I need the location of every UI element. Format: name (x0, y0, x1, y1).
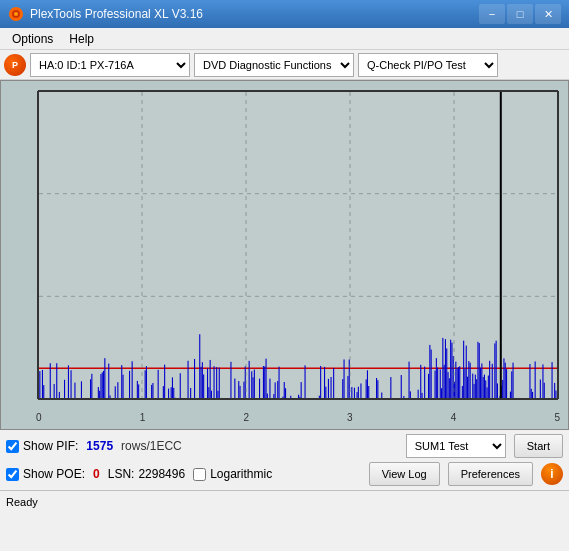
minimize-button[interactable]: − (479, 4, 505, 24)
title-controls: − □ ✕ (479, 4, 561, 24)
test-select[interactable]: Q-Check PI/PO Test (358, 53, 498, 77)
status-text: Ready (6, 496, 38, 508)
sum1-select[interactable]: SUM1 Test SUM8 Test (406, 434, 506, 458)
title-bar-left: PlexTools Professional XL V3.16 (8, 6, 203, 22)
lsn-group: LSN: 2298496 (108, 467, 185, 481)
maximize-button[interactable]: □ (507, 4, 533, 24)
x-label-0: 0 (36, 412, 42, 423)
log-checkbox[interactable] (193, 468, 206, 481)
control-row-2: Show POE: 0 LSN: 2298496 Logarithmic Vie… (6, 462, 563, 486)
x-label-4: 4 (451, 412, 457, 423)
chart-canvas (1, 81, 568, 429)
toolbar: P HA:0 ID:1 PX-716A DVD Diagnostic Funct… (0, 50, 569, 80)
pif-checkbox[interactable] (6, 440, 19, 453)
log-group: Logarithmic (193, 467, 272, 481)
status-bar: Ready (0, 490, 569, 512)
menu-bar: Options Help (0, 28, 569, 50)
plextool-icon: P (4, 54, 26, 76)
info-button[interactable]: i (541, 463, 563, 485)
start-button[interactable]: Start (514, 434, 563, 458)
pif-value: 1575 (86, 439, 113, 453)
poe-group: Show POE: (6, 467, 85, 481)
drive-select[interactable]: HA:0 ID:1 PX-716A (30, 53, 190, 77)
svg-point-2 (14, 12, 18, 16)
app-icon (8, 6, 24, 22)
chart-area: 30 20 10 0 0 1 2 3 4 5 (0, 80, 569, 430)
function-select[interactable]: DVD Diagnostic Functions (194, 53, 354, 77)
poe-checkbox[interactable] (6, 468, 19, 481)
rows-label: rows/1ECC (121, 439, 182, 453)
x-label-3: 3 (347, 412, 353, 423)
menu-options[interactable]: Options (4, 30, 61, 48)
preferences-button[interactable]: Preferences (448, 462, 533, 486)
poe-label: Show POE: (23, 467, 85, 481)
control-row-1: Show PIF: 1575 rows/1ECC SUM1 Test SUM8 … (6, 434, 563, 458)
x-label-2: 2 (243, 412, 249, 423)
title-text: PlexTools Professional XL V3.16 (30, 7, 203, 21)
x-axis: 0 1 2 3 4 5 (36, 412, 560, 423)
close-button[interactable]: ✕ (535, 4, 561, 24)
log-label: Logarithmic (210, 467, 272, 481)
lsn-value: 2298496 (138, 467, 185, 481)
pif-group: Show PIF: (6, 439, 78, 453)
menu-help[interactable]: Help (61, 30, 102, 48)
x-label-1: 1 (140, 412, 146, 423)
bottom-controls: Show PIF: 1575 rows/1ECC SUM1 Test SUM8 … (0, 430, 569, 490)
viewlog-button[interactable]: View Log (369, 462, 440, 486)
pif-label: Show PIF: (23, 439, 78, 453)
title-bar: PlexTools Professional XL V3.16 − □ ✕ (0, 0, 569, 28)
poe-value: 0 (93, 467, 100, 481)
lsn-label: LSN: (108, 467, 135, 481)
x-label-5: 5 (554, 412, 560, 423)
